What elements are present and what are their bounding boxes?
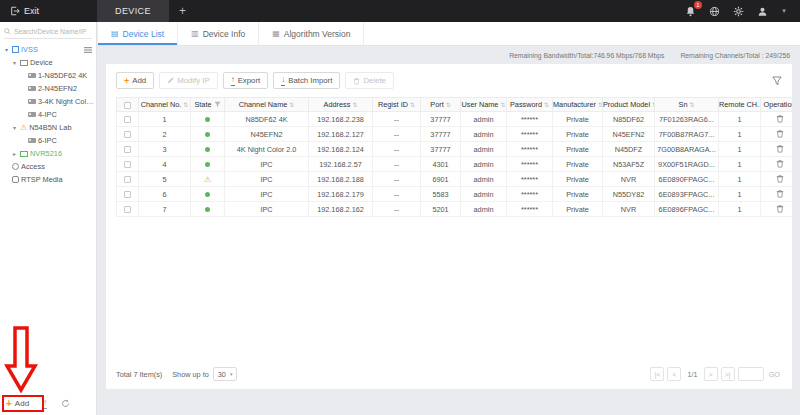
cell-manufacturer: Private: [553, 112, 603, 127]
page-jump-input[interactable]: [738, 367, 764, 381]
column-header-address[interactable]: Address⇅: [309, 98, 373, 112]
column-header-select[interactable]: [117, 98, 139, 112]
tab-device-info[interactable]: ▥Device Info: [178, 22, 259, 45]
new-tab-button[interactable]: +: [169, 4, 196, 18]
column-header-port[interactable]: Port⇅: [421, 98, 461, 112]
org-list-icon[interactable]: [84, 46, 96, 54]
tab-device[interactable]: DEVICE: [97, 0, 169, 22]
import-export-icon[interactable]: ↑: [43, 399, 47, 409]
row-checkbox[interactable]: [124, 131, 131, 138]
column-header-remote-ch[interactable]: Remote CH...⇅: [719, 98, 761, 112]
cell-password: ******: [507, 157, 553, 172]
tree-item-3-4k-night-color-2-0[interactable]: 3-4K Night Color 2.0: [0, 95, 96, 108]
user-icon[interactable]: [756, 5, 769, 18]
filter-columns-icon[interactable]: [772, 76, 782, 86]
sort-icon[interactable]: ⇅: [689, 101, 694, 108]
row-checkbox[interactable]: [124, 206, 131, 213]
cell-channel-name: IPC: [225, 157, 309, 172]
search-input[interactable]: [14, 28, 88, 35]
delete-button[interactable]: Delete: [345, 72, 394, 89]
row-checkbox[interactable]: [124, 161, 131, 168]
chevron-down-icon[interactable]: ▾: [780, 5, 788, 18]
chevron-down-icon[interactable]: ▾: [11, 124, 18, 131]
export-button[interactable]: ↑ Export: [223, 72, 269, 89]
column-header-product-model[interactable]: Product Model⇅: [603, 98, 655, 112]
tree-item-n54b5n-lab[interactable]: ▾⚠N54B5N Lab: [0, 121, 96, 134]
algorithm-version-icon: ▦: [272, 29, 280, 38]
sort-icon[interactable]: ⇅: [183, 101, 188, 108]
add-label: Add: [132, 76, 146, 85]
cell-manufacturer: Private: [553, 202, 603, 217]
filter-icon[interactable]: [214, 101, 221, 108]
header-checkbox[interactable]: [124, 102, 131, 109]
cell-address: 192.168.2.124: [309, 142, 373, 157]
modify-ip-button[interactable]: Modify IP: [159, 72, 218, 89]
alarm-icon[interactable]: 1: [684, 5, 697, 18]
tree-item-4-ipc[interactable]: 4-IPC: [0, 108, 96, 121]
column-header-channel-name[interactable]: Channel Name⇅: [225, 98, 309, 112]
page-size-select[interactable]: 30 ▾: [213, 367, 238, 381]
tree-item-6-ipc[interactable]: 6-IPC: [0, 134, 96, 147]
sort-icon[interactable]: ⇅: [289, 101, 294, 108]
tree-item-device[interactable]: ▾Device: [0, 56, 96, 69]
row-checkbox[interactable]: [124, 146, 131, 153]
tree-item-1-n85df62-4k[interactable]: 1-N85DF62 4K: [0, 69, 96, 82]
tree-item-ivss[interactable]: ▾IVSS: [0, 43, 96, 56]
column-header-sn[interactable]: Sn⇅: [655, 98, 719, 112]
tree-item-rtsp-media[interactable]: RTSP Media: [0, 173, 96, 186]
delete-row-button[interactable]: [776, 129, 784, 138]
globe-icon[interactable]: [708, 5, 721, 18]
row-checkbox[interactable]: [124, 116, 131, 123]
column-header-channel-no[interactable]: Channel No.⇅: [139, 98, 191, 112]
column-header-manufacturer[interactable]: Manufacturer⇅: [553, 98, 603, 112]
sort-icon[interactable]: ⇅: [500, 101, 505, 108]
chevron-right-icon[interactable]: ▸: [11, 150, 18, 157]
cell-user-name: admin: [461, 172, 507, 187]
row-checkbox[interactable]: [124, 176, 131, 183]
cell-regist-id: --: [373, 172, 421, 187]
refresh-icon[interactable]: [61, 399, 70, 408]
delete-row-button[interactable]: [776, 189, 784, 198]
go-button[interactable]: GO: [767, 370, 782, 379]
tab-device-list[interactable]: ▤Device List: [98, 22, 178, 45]
column-header-password[interactable]: Password⇅: [507, 98, 553, 112]
delete-row-button[interactable]: [776, 114, 784, 123]
last-page-button[interactable]: >|: [721, 367, 735, 381]
sort-icon[interactable]: ⇅: [352, 101, 357, 108]
tree-item-2-n45efn2[interactable]: 2-N45EFN2: [0, 82, 96, 95]
server-icon: [12, 46, 19, 53]
tree-item-access[interactable]: Access: [0, 160, 96, 173]
chevron-down-icon[interactable]: ▾: [3, 46, 10, 53]
cell-select: [117, 172, 139, 187]
settings-icon[interactable]: [732, 5, 745, 18]
add-device-button[interactable]: + Add: [6, 398, 29, 409]
tab-algorithm-version[interactable]: ▦Algorithm Version: [259, 22, 364, 45]
column-header-regist-id[interactable]: Regist ID⇅: [373, 98, 421, 112]
first-page-button[interactable]: |<: [650, 367, 664, 381]
cell-port: 4301: [421, 157, 461, 172]
delete-row-button[interactable]: [776, 204, 784, 213]
rtsp-icon: [12, 176, 19, 183]
column-header-operation[interactable]: Operation: [761, 98, 793, 112]
delete-row-button[interactable]: [776, 159, 784, 168]
device-icon: [20, 60, 28, 66]
column-header-state[interactable]: State: [191, 98, 225, 112]
delete-row-button[interactable]: [776, 174, 784, 183]
row-checkbox[interactable]: [124, 191, 131, 198]
tree-item-nvr5216[interactable]: ▸NVR5216: [0, 147, 96, 160]
sort-icon[interactable]: ⇅: [410, 101, 415, 108]
next-page-button[interactable]: >: [704, 367, 718, 381]
batch-import-button[interactable]: ↓ Batch Import: [273, 72, 340, 89]
prev-page-button[interactable]: <: [667, 367, 681, 381]
sort-icon[interactable]: ⇅: [544, 101, 549, 108]
sort-icon[interactable]: ⇅: [598, 101, 603, 108]
chevron-down-icon[interactable]: ▾: [11, 59, 18, 66]
warning-icon: ⚠: [204, 175, 211, 184]
delete-row-button[interactable]: [776, 144, 784, 153]
page-size-value: 30: [218, 370, 226, 379]
add-button[interactable]: + Add: [116, 72, 154, 89]
sort-icon[interactable]: ⇅: [446, 101, 451, 108]
cell-product-model: NVR: [603, 202, 655, 217]
column-header-user-name[interactable]: User Name⇅: [461, 98, 507, 112]
exit-button[interactable]: Exit: [0, 0, 49, 22]
